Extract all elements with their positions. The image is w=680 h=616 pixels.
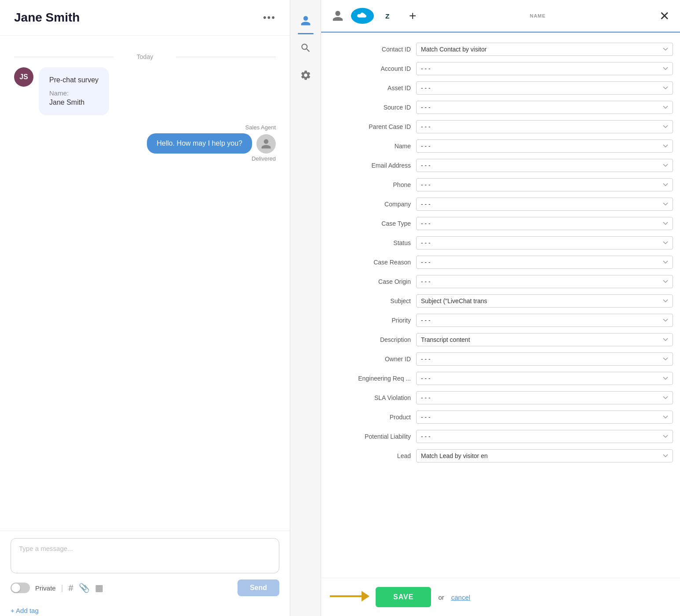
form-select-company[interactable]: - - - <box>416 198 673 211</box>
toggle-knob <box>11 583 20 592</box>
form-select-name[interactable]: - - - <box>416 139 673 153</box>
form-select-account-id[interactable]: - - - <box>416 62 673 75</box>
form-select-phone[interactable]: - - - <box>416 178 673 191</box>
form-row: Asset ID- - - <box>321 78 680 98</box>
cancel-link[interactable]: cancel <box>451 594 470 601</box>
form-label: Case Reason <box>328 259 416 266</box>
form-row: SLA Violation- - - <box>321 388 680 407</box>
form-select-engineering-req-...[interactable]: - - - <box>416 372 673 385</box>
form-label: Contact ID <box>328 46 416 53</box>
form-select-parent-case-id[interactable]: - - - <box>416 120 673 133</box>
form-row: LeadMatch Lead by visitor en <box>321 446 680 466</box>
zendesk-logo[interactable]: Z <box>381 8 402 24</box>
add-tag-link[interactable]: + Add tag <box>0 603 290 616</box>
save-row: SAVE or cancel <box>321 578 680 616</box>
form-select-priority[interactable]: - - - <box>416 314 673 327</box>
arrow-icon <box>330 588 369 604</box>
chat-title: Jane Smith <box>14 11 80 25</box>
person-icon <box>300 15 311 26</box>
message-input[interactable]: Type a message... <box>11 538 279 573</box>
form-select-case-reason[interactable]: - - - <box>416 256 673 269</box>
pre-chat-survey-bubble: Pre-chat survey Name: Jane Smith <box>39 67 109 115</box>
form-label: Name <box>328 143 416 150</box>
form-label: Subject <box>328 297 416 304</box>
sidebar-item-person[interactable] <box>290 7 321 34</box>
form-select-source-id[interactable]: - - - <box>416 101 673 114</box>
form-label: Phone <box>328 181 416 188</box>
agent-avatar <box>256 134 276 154</box>
attachment-icon[interactable]: 📎 <box>79 583 90 593</box>
right-header: Z + NAME ✕ <box>321 0 680 33</box>
form-label: Engineering Req ... <box>328 375 416 382</box>
right-content: Contact IDMatch Contact by visitorAccoun… <box>321 33 680 578</box>
visitor-message: JS Pre-chat survey Name: Jane Smith <box>14 67 276 115</box>
delivered-status: Delivered <box>252 155 276 162</box>
form-select-contact-id[interactable]: Match Contact by visitor <box>416 43 673 56</box>
form-select-case-origin[interactable]: - - - <box>416 275 673 288</box>
visitor-avatar: JS <box>14 67 33 87</box>
form-select-sla-violation[interactable]: - - - <box>416 391 673 404</box>
send-button[interactable]: Send <box>238 579 279 596</box>
form-select-potential-liability[interactable]: - - - <box>416 430 673 443</box>
save-arrow-indicator <box>330 588 369 606</box>
form-row: Phone- - - <box>321 175 680 194</box>
form-select-lead[interactable]: Match Lead by visitor en <box>416 449 673 462</box>
form-label: Company <box>328 201 416 208</box>
form-row: Case Origin- - - <box>321 272 680 291</box>
form-row: Product- - - <box>321 407 680 427</box>
form-row: Engineering Req ...- - - <box>321 369 680 388</box>
header-person-icon[interactable] <box>332 10 344 22</box>
survey-field-label: Name: <box>49 89 99 97</box>
private-toggle[interactable] <box>11 583 30 593</box>
add-integration-button[interactable]: + <box>409 9 416 23</box>
date-divider: Today <box>14 53 276 60</box>
form-row: Company- - - <box>321 194 680 214</box>
save-button[interactable]: SAVE <box>376 587 431 607</box>
form-select-description[interactable]: Transcript content <box>416 333 673 346</box>
form-select-status[interactable]: - - - <box>416 236 673 249</box>
form-row: Email Address- - - <box>321 156 680 175</box>
form-label: Case Type <box>328 220 416 227</box>
chat-input-toolbar: Private | # 📎 ▦ Send <box>11 579 279 596</box>
form-row: Case Type- - - <box>321 214 680 233</box>
close-panel-button[interactable]: ✕ <box>659 9 669 23</box>
sidebar-item-search[interactable] <box>290 34 321 62</box>
form-label: Product <box>328 414 416 421</box>
form-label: Asset ID <box>328 84 416 92</box>
chat-header: Jane Smith ••• <box>0 0 290 36</box>
agent-label: Sales Agent <box>245 124 276 131</box>
form-label: Potential Liability <box>328 433 416 440</box>
form-row: Contact IDMatch Contact by visitor <box>321 40 680 59</box>
sidebar-item-settings[interactable] <box>290 62 321 89</box>
sidebar <box>290 0 321 616</box>
person-icon <box>260 138 272 150</box>
search-icon <box>300 42 311 54</box>
form-select-subject[interactable]: Subject ("LiveChat trans <box>416 294 673 308</box>
form-select-case-type[interactable]: - - - <box>416 217 673 230</box>
form-label: Email Address <box>328 162 416 169</box>
private-label: Private <box>35 584 56 592</box>
salesforce-cloud-icon <box>356 10 369 22</box>
survey-field-value: Jane Smith <box>49 99 99 106</box>
agent-message-wrapper: Sales Agent Hello. How may I help you? D… <box>14 124 276 162</box>
gear-icon <box>300 70 311 81</box>
form-select-asset-id[interactable]: - - - <box>416 81 673 95</box>
qr-icon[interactable]: ▦ <box>95 583 103 593</box>
or-text: or <box>438 594 444 601</box>
form-select-owner-id[interactable]: - - - <box>416 352 673 366</box>
form-select-product[interactable]: - - - <box>416 411 673 424</box>
form-label: Account ID <box>328 65 416 72</box>
form-label: Status <box>328 239 416 246</box>
form-row: SubjectSubject ("LiveChat trans <box>321 291 680 311</box>
svg-marker-2 <box>362 591 369 601</box>
form-row: Case Reason- - - <box>321 253 680 272</box>
form-row: Priority- - - <box>321 311 680 330</box>
agent-message-row: Hello. How may I help you? <box>147 133 276 154</box>
form-select-email-address[interactable]: - - - <box>416 159 673 172</box>
hashtag-icon[interactable]: # <box>68 583 73 593</box>
salesforce-logo[interactable] <box>351 8 374 24</box>
form-row: DescriptionTranscript content <box>321 330 680 349</box>
toolbar-left: Private | # 📎 ▦ <box>11 583 103 593</box>
more-options-icon[interactable]: ••• <box>263 12 276 23</box>
header-icons: Z + <box>332 8 416 24</box>
